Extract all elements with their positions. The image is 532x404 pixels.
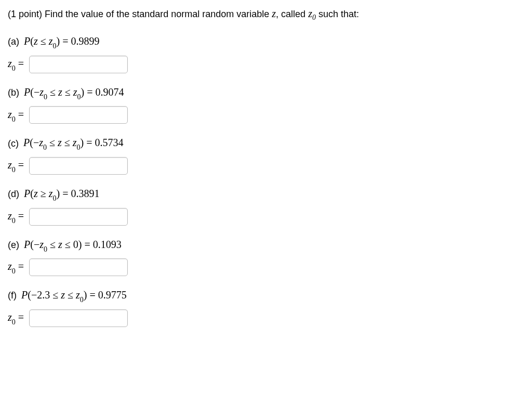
z0-sub: 0 [52, 194, 56, 202]
part-f-expression: (f) P(−2.3 ≤ z ≤ z0) = 0.9775 [8, 288, 524, 304]
answer-row-a: z0 = [8, 56, 524, 73]
equals: = [87, 289, 98, 301]
answer-row-e: z0 = [8, 258, 524, 276]
paren-open: ( [30, 35, 34, 47]
z0-sub: 0 [77, 144, 81, 151]
part-label: (d) [8, 188, 19, 201]
part-label: (f) [8, 289, 17, 302]
z0-base: z [39, 239, 44, 250]
z0-base: z [8, 260, 12, 272]
paren-open: ( [30, 188, 34, 199]
answer-label: z0 = [8, 310, 24, 327]
paren-open: ( [30, 137, 33, 148]
z0-sub: 0 [12, 217, 16, 225]
operator-leq: ≤ [38, 35, 49, 47]
part-label: (e) [8, 239, 19, 252]
operator-geq: ≥ [38, 188, 49, 199]
z0-base: z [8, 159, 12, 171]
z0-base: z [39, 137, 43, 148]
value: 0.1093 [93, 239, 122, 250]
prob-P: P [24, 239, 30, 250]
z0-sub: 0 [12, 318, 16, 326]
prob-P: P [24, 35, 30, 47]
part-a: (a) P(z ≤ z0) = 0.9899 z0 = [8, 34, 524, 73]
var-z: z [58, 86, 62, 98]
var-z: z [61, 289, 65, 301]
operator-leq: ≤ [47, 239, 58, 250]
part-e: (e) P(−z0 ≤ z ≤ 0) = 0.1093 z0 = [8, 237, 524, 277]
prob-P: P [24, 188, 30, 199]
value: 0.5734 [95, 137, 123, 148]
operator-leq: ≤ [47, 86, 58, 98]
question-preamble: (1 point) Find the value of the standard… [8, 6, 524, 22]
equals: = [60, 35, 71, 47]
equals: = [16, 311, 24, 323]
var-z: z [34, 35, 38, 47]
answer-label: z0 = [8, 259, 24, 276]
answer-row-c: z0 = [8, 157, 524, 175]
z0-sub: 0 [43, 144, 47, 151]
equals: = [60, 188, 71, 199]
paren-open: ( [30, 86, 34, 98]
answer-row-d: z0 = [8, 208, 524, 226]
equals: = [82, 239, 92, 250]
part-d: (d) P(z ≥ z0) = 0.3891 z0 = [8, 186, 524, 226]
z0-sub: 0 [12, 64, 16, 72]
z0-base: z [308, 8, 312, 19]
answer-input-d[interactable] [29, 208, 128, 226]
z0-base: z [73, 86, 77, 98]
z0-base: z [76, 289, 80, 301]
part-label: (c) [8, 137, 19, 150]
var-z: z [58, 239, 62, 250]
part-a-expression: (a) P(z ≤ z0) = 0.9899 [8, 34, 524, 50]
prob-P: P [21, 289, 28, 301]
z0-base: z [8, 311, 12, 323]
z0-sub: 0 [52, 42, 56, 50]
equals: = [16, 260, 24, 272]
negative-sign: − [34, 86, 39, 98]
z0-sub: 0 [77, 93, 81, 101]
paren-open: ( [30, 239, 34, 250]
value: 0.3891 [71, 188, 99, 199]
equals: = [84, 86, 95, 98]
answer-input-f[interactable] [29, 309, 128, 327]
var-z: z [58, 137, 62, 148]
z0-sub: 0 [312, 14, 316, 21]
value: 0.9074 [95, 86, 124, 98]
z0-sub: 0 [12, 267, 16, 275]
part-label: (b) [8, 86, 19, 99]
operator-leq: ≤ [50, 289, 61, 301]
answer-input-b[interactable] [29, 106, 128, 124]
negative-sign: − [33, 137, 39, 148]
z0-sub: 0 [80, 296, 84, 304]
equals: = [16, 210, 24, 221]
z0-sub: 0 [44, 93, 47, 101]
answer-input-a[interactable] [29, 56, 128, 73]
part-c: (c) P(−z0 ≤ z ≤ z0) = 0.5734 z0 = [8, 135, 524, 175]
operator-leq: ≤ [65, 289, 76, 301]
prob-P: P [24, 86, 30, 98]
part-b: (b) P(−z0 ≤ z ≤ z0) = 0.9074 z0 = [8, 85, 524, 124]
answer-row-b: z0 = [8, 106, 524, 124]
paren-open: ( [28, 289, 31, 301]
answer-label: z0 = [8, 56, 24, 73]
answer-label: z0 = [8, 158, 24, 174]
value: 0.9899 [71, 35, 99, 47]
answer-input-c[interactable] [29, 157, 128, 175]
part-e-expression: (e) P(−z0 ≤ z ≤ 0) = 0.1093 [8, 237, 524, 254]
part-d-expression: (d) P(z ≥ z0) = 0.3891 [8, 186, 524, 203]
preamble-text1: Find the value of the standard normal ra… [42, 9, 272, 19]
z0-sub: 0 [12, 115, 16, 123]
answer-input-e[interactable] [29, 258, 128, 276]
operator-leq: ≤ [62, 86, 73, 98]
prob-P: P [23, 137, 30, 148]
answer-label: z0 = [8, 107, 24, 124]
z0-base: z [8, 58, 12, 69]
var-z: z [34, 188, 38, 199]
negative-sign: − [31, 289, 37, 301]
part-f: (f) P(−2.3 ≤ z ≤ z0) = 0.9775 z0 = [8, 288, 524, 327]
operator-leq: ≤ [62, 137, 73, 148]
z0-sub: 0 [12, 166, 16, 174]
part-label: (a) [8, 35, 19, 48]
answer-row-f: z0 = [8, 309, 524, 327]
